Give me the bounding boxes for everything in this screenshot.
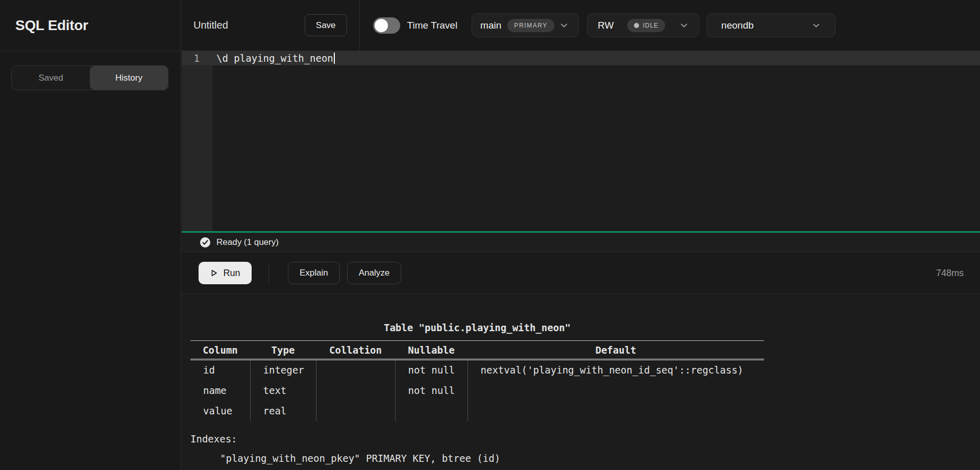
result-table: Column Type Collation Nullable Default i… [190, 340, 764, 421]
column-header: Column [190, 341, 250, 360]
cell: not null [395, 380, 468, 401]
analyze-button[interactable]: Analyze [347, 262, 401, 284]
explain-button[interactable]: Explain [288, 262, 340, 284]
cell: nextval('playing_with_neon_id_seq'::regc… [468, 360, 764, 380]
sql-code-editor[interactable]: 1 \d playing_with_neon [182, 51, 980, 231]
time-travel-label: Time Travel [407, 20, 458, 31]
chevron-down-icon [559, 21, 569, 30]
status-message: Ready (1 query) [216, 237, 279, 248]
line-number: 1 [182, 53, 212, 64]
status-bar: Ready (1 query) [182, 233, 980, 252]
tab-history[interactable]: History [90, 66, 168, 90]
time-travel-toggle[interactable] [373, 17, 400, 34]
saved-history-segmented-control: Saved History [11, 65, 168, 90]
topbar: Untitled Save Time Travel main PRIMARY R… [182, 0, 980, 51]
run-button-label: Run [223, 268, 240, 279]
cell [395, 401, 468, 421]
main-area: Untitled Save Time Travel main PRIMARY R… [182, 0, 980, 470]
query-name: Untitled [193, 19, 228, 31]
table-row: id integer not null nextval('playing_wit… [190, 360, 764, 380]
compute-name: RW [598, 20, 614, 31]
cell [468, 401, 764, 421]
index-definition: "playing_with_neon_pkey" PRIMARY KEY, bt… [190, 449, 764, 468]
cell [316, 360, 395, 380]
chevron-down-icon [812, 21, 821, 30]
indexes-label: Indexes: [190, 429, 764, 449]
compute-status-label: IDLE [643, 22, 658, 29]
cell [468, 380, 764, 401]
database-name: neondb [721, 20, 753, 31]
actions-toolbar: Run Explain Analyze 748ms [182, 253, 980, 294]
cell: name [190, 380, 250, 401]
branch-primary-badge: PRIMARY [507, 19, 554, 32]
editor-active-line[interactable]: 1 \d playing_with_neon [182, 51, 980, 65]
cell [316, 380, 395, 401]
topbar-divider [359, 0, 360, 51]
compute-dropdown[interactable]: RW IDLE [587, 13, 699, 37]
compute-status-badge: IDLE [627, 19, 665, 32]
cell: text [250, 380, 316, 401]
run-button[interactable]: Run [199, 262, 252, 284]
cell: real [250, 401, 316, 421]
code-text: \d playing_with_neon [216, 53, 333, 64]
cell: id [190, 360, 250, 380]
cell: integer [250, 360, 316, 380]
query-duration: 748ms [936, 268, 964, 279]
database-dropdown[interactable]: neondb [706, 13, 836, 37]
idle-status-dot-icon [634, 23, 639, 28]
text-caret [334, 53, 335, 64]
branch-badge-label: PRIMARY [514, 22, 548, 29]
branch-dropdown[interactable]: main PRIMARY [472, 13, 579, 37]
column-header: Type [250, 341, 316, 360]
cell: not null [395, 360, 468, 380]
column-header: Nullable [395, 341, 468, 360]
tab-saved[interactable]: Saved [12, 66, 90, 90]
line-number-gutter [182, 51, 212, 231]
table-row: name text not null [190, 380, 764, 401]
query-results-panel: Table "public.playing_with_neon" Column … [182, 294, 980, 470]
column-header: Collation [316, 341, 395, 360]
result-table-title: Table "public.playing_with_neon" [190, 318, 764, 337]
toolbar-divider [268, 262, 269, 284]
check-circle-icon [200, 237, 211, 248]
play-icon [210, 269, 218, 277]
sidebar: SQL Editor Saved History [0, 0, 181, 470]
toggle-knob-icon [375, 19, 388, 32]
sidebar-header: SQL Editor [0, 0, 181, 51]
cell: value [190, 401, 250, 421]
table-row: value real [190, 401, 764, 421]
chevron-down-icon [679, 21, 689, 30]
page-title: SQL Editor [15, 17, 88, 34]
column-header: Default [468, 341, 764, 360]
cell [316, 401, 395, 421]
branch-name: main [480, 20, 501, 31]
result-table-header-row: Column Type Collation Nullable Default [190, 341, 764, 360]
save-button[interactable]: Save [305, 14, 347, 36]
